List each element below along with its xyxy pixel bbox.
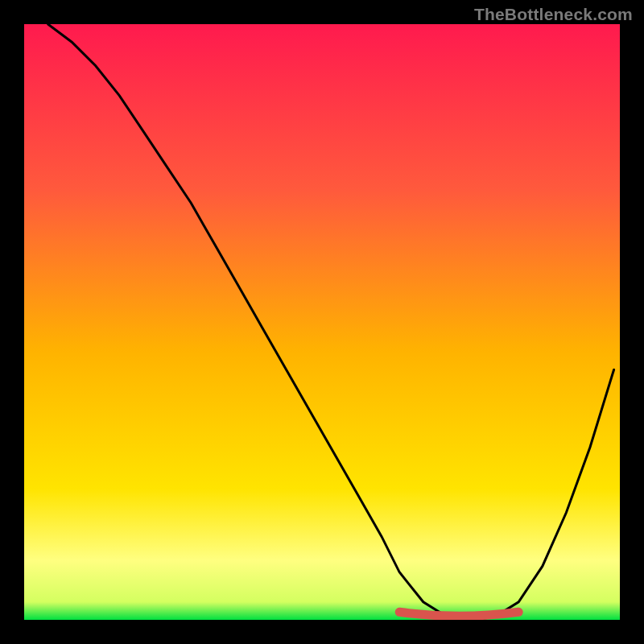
gradient-background — [24, 24, 620, 620]
chart-frame — [24, 24, 620, 620]
chart-plot — [24, 24, 620, 620]
watermark-text: TheBottleneck.com — [474, 5, 633, 24]
optimal-marker — [399, 612, 518, 616]
